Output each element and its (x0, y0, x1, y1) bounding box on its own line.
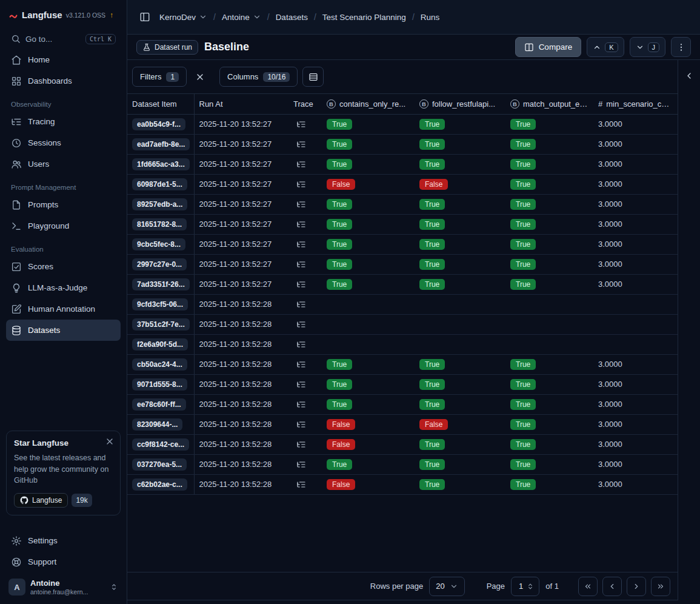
breadcrumb-dataset-name[interactable]: Test Scenario Planning (322, 13, 406, 22)
next-run-button[interactable]: J (630, 37, 666, 57)
dataset-item-id[interactable]: 9cbc5fec-8... (132, 238, 185, 250)
sidebar-item-llm-as-a-judge[interactable]: LLM-as-a-Judge (6, 277, 121, 298)
sidebar-item-settings[interactable]: Settings (6, 530, 121, 551)
breadcrumb-runs[interactable]: Runs (421, 13, 440, 22)
dataset-item-id[interactable]: 2997c27e-0... (132, 258, 187, 270)
filters-button[interactable]: Filters 1 (132, 67, 187, 87)
col-score-match-output[interactable]: Bmatch_output_ex... (505, 94, 593, 114)
trace-link-button[interactable] (293, 477, 309, 492)
dataset-item-id[interactable]: ead7aefb-8e... (132, 138, 190, 150)
star-count-badge[interactable]: 19k (72, 494, 92, 507)
col-trace[interactable]: Trace (288, 94, 322, 114)
dataset-item-id[interactable]: 37b51c2f-7e... (132, 318, 190, 331)
table-row[interactable]: 89257edb-a...2025-11-20 13:52:27TrueTrue… (127, 194, 678, 214)
stepper-icon[interactable] (526, 582, 535, 591)
dataset-item-id[interactable]: 9071d555-8... (132, 378, 187, 391)
dataset-item-id[interactable]: 7ad3351f-26... (132, 278, 190, 290)
table-row[interactable]: 82309644-...2025-11-20 13:52:28FalseFals… (127, 414, 678, 434)
dataset-item-id[interactable]: 60987de1-5... (132, 178, 187, 190)
trace-link-button[interactable] (293, 337, 309, 352)
compare-button[interactable]: Compare (515, 37, 582, 57)
more-actions-button[interactable] (671, 37, 691, 57)
sidebar-item-support[interactable]: Support (6, 551, 121, 572)
sidebar-item-human-annotation[interactable]: Human Annotation (6, 298, 121, 320)
table-row[interactable]: ead7aefb-8e...2025-11-20 13:52:27TrueTru… (127, 134, 678, 154)
page-number-input[interactable]: 1 (511, 577, 539, 596)
trace-link-button[interactable] (293, 357, 309, 372)
trace-link-button[interactable] (293, 317, 309, 332)
dataset-item-id[interactable]: 82309644-... (132, 418, 182, 431)
trace-link-button[interactable] (293, 457, 309, 472)
breadcrumb-datasets[interactable]: Datasets (276, 13, 308, 22)
breadcrumb-org[interactable]: KernoDev (159, 13, 207, 22)
sidebar-item-scores[interactable]: Scores (6, 256, 121, 277)
prev-page-button[interactable] (602, 577, 622, 596)
table-row[interactable]: 037270ea-5...2025-11-20 13:52:28TrueTrue… (127, 454, 678, 474)
table-row[interactable]: ea0b54c9-f...2025-11-20 13:52:27TrueTrue… (127, 114, 678, 134)
sidebar-item-tracing[interactable]: Tracing (6, 111, 121, 132)
dataset-item-id[interactable]: 81651782-8... (132, 218, 187, 230)
next-page-button[interactable] (627, 577, 646, 596)
trace-link-button[interactable] (293, 156, 309, 172)
row-height-button[interactable] (302, 67, 324, 87)
close-icon[interactable] (105, 437, 115, 446)
col-dataset-item[interactable]: Dataset Item (127, 94, 194, 114)
breadcrumb-project[interactable]: Antoine (222, 13, 261, 22)
sidebar-item-users[interactable]: Users (6, 153, 121, 175)
table-row[interactable]: cc9f8142-ce...2025-11-20 13:52:28FalseTr… (127, 434, 678, 454)
dataset-item-id[interactable]: ee78c60f-ff... (132, 398, 186, 411)
col-score-follow-restful[interactable]: Bfollow_restfulapi... (415, 94, 505, 114)
sidebar-item-dashboards[interactable]: Dashboards (6, 70, 121, 92)
table-row[interactable]: 1fd665ac-a3...2025-11-20 13:52:27TrueTru… (127, 154, 678, 174)
table-row[interactable]: 37b51c2f-7e...2025-11-20 13:52:28 (127, 314, 678, 334)
dataset-item-id[interactable]: 9cfd3cf5-06... (132, 298, 188, 310)
table-row[interactable]: 9cfd3cf5-06...2025-11-20 13:52:28 (127, 294, 678, 314)
table-row[interactable]: 9cbc5fec-8...2025-11-20 13:52:27TrueTrue… (127, 234, 678, 254)
trace-link-button[interactable] (293, 377, 309, 392)
trace-link-button[interactable] (293, 136, 309, 152)
table-row[interactable]: 7ad3351f-26...2025-11-20 13:52:27TrueTru… (127, 274, 678, 294)
table-row[interactable]: 2997c27e-0...2025-11-20 13:52:27TrueTrue… (127, 254, 678, 274)
trace-link-button[interactable] (293, 196, 309, 212)
trace-link-button[interactable] (293, 397, 309, 412)
table-row[interactable]: ee78c60f-ff...2025-11-20 13:52:28TrueTru… (127, 394, 678, 414)
dataset-item-id[interactable]: ea0b54c9-f... (132, 118, 185, 130)
sidebar-item-sessions[interactable]: Sessions (6, 132, 121, 153)
dataset-item-id[interactable]: c62b02ae-c... (132, 478, 187, 491)
trace-link-button[interactable] (293, 437, 309, 452)
upgrade-icon[interactable]: ↑ (110, 11, 113, 19)
sidebar-item-home[interactable]: Home (6, 49, 121, 70)
user-menu[interactable]: A Antoine antoine.frau@kern... (6, 572, 121, 597)
table-row[interactable]: f2e6a90f-5d...2025-11-20 13:52:28 (127, 334, 678, 354)
first-page-button[interactable] (578, 577, 598, 596)
col-min-scenario-count[interactable]: #min_scenario_cou... (593, 94, 678, 114)
collapse-panel-button[interactable] (681, 67, 698, 84)
trace-link-button[interactable] (293, 257, 309, 272)
last-page-button[interactable] (651, 577, 670, 596)
table-row[interactable]: 81651782-8...2025-11-20 13:52:27TrueTrue… (127, 214, 678, 234)
col-run-at[interactable]: Run At (194, 94, 288, 114)
sidebar-item-datasets[interactable]: Datasets (6, 320, 121, 341)
trace-link-button[interactable] (293, 297, 309, 312)
dataset-item-id[interactable]: 1fd665ac-a3... (132, 158, 190, 170)
sidebar-item-prompts[interactable]: Prompts (6, 194, 121, 215)
trace-link-button[interactable] (293, 176, 309, 192)
dataset-item-id[interactable]: 89257edb-a... (132, 198, 187, 210)
trace-link-button[interactable] (293, 237, 309, 252)
table-row[interactable]: cb50ac24-4...2025-11-20 13:52:28TrueTrue… (127, 354, 678, 374)
goto-search[interactable]: Go to... Ctrl K (6, 29, 121, 49)
dataset-item-id[interactable]: 037270ea-5... (132, 458, 187, 471)
table-row[interactable]: 9071d555-8...2025-11-20 13:52:28TrueTrue… (127, 374, 678, 394)
github-button[interactable]: Langfuse (14, 493, 68, 508)
trace-link-button[interactable] (293, 116, 309, 132)
trace-link-button[interactable] (293, 216, 309, 232)
table-row[interactable]: 60987de1-5...2025-11-20 13:52:27FalseFal… (127, 174, 678, 194)
trace-link-button[interactable] (293, 277, 309, 292)
sidebar-toggle-button[interactable] (136, 8, 153, 25)
sidebar-item-playground[interactable]: Playground (6, 215, 121, 237)
trace-link-button[interactable] (293, 417, 309, 432)
page-size-select[interactable]: 20 (429, 577, 464, 596)
prev-run-button[interactable]: K (587, 37, 624, 57)
dataset-item-id[interactable]: f2e6a90f-5d... (132, 338, 188, 351)
dataset-item-id[interactable]: cb50ac24-4... (132, 358, 187, 371)
